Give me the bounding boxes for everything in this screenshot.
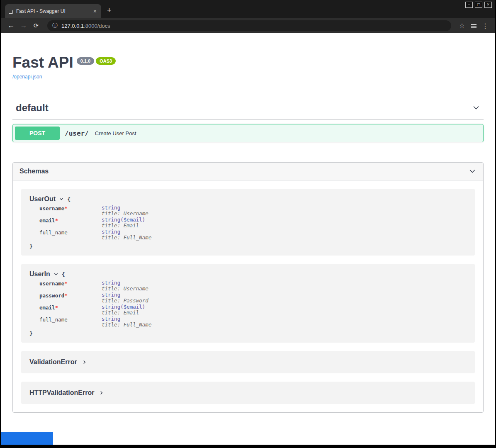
chevron-down-icon[interactable]	[468, 167, 477, 175]
property-type: string	[102, 292, 148, 298]
browser-tab[interactable]: Fast API - Swagger UI ×	[5, 4, 101, 18]
api-title: Fast API	[12, 54, 73, 71]
swagger-page: Fast API0.1.0OAS3 /openapi.json default …	[1, 33, 495, 445]
url-path: :8000/docs	[84, 23, 110, 29]
minimize-button[interactable]: –	[465, 2, 473, 8]
status-bubble	[1, 432, 53, 445]
schemas-section: Schemas UserOut {	[12, 162, 484, 413]
version-badge: 0.1.0	[77, 57, 94, 65]
property-title: title: Username	[102, 286, 148, 292]
opblock-post-user[interactable]: POST /user/ Create User Post	[12, 124, 484, 142]
maximize-button[interactable]: ▢	[475, 2, 482, 8]
openapi-spec-link[interactable]: /openapi.json	[12, 74, 484, 80]
property-name: password*	[39, 292, 102, 304]
titlebar: Fast API - Swagger UI × + – ▢ ✕	[1, 0, 495, 18]
property-title: title: Password	[102, 298, 148, 304]
property-type: string	[102, 280, 148, 286]
schema-model-userout: UserOut { username* stringtitle: Usernam…	[21, 189, 475, 256]
schema-property-row: full_name stringtitle: Full_Name	[39, 229, 467, 241]
tag-header[interactable]: default	[12, 99, 484, 120]
tag-section-default: default POST /user/ Create User Post	[12, 99, 484, 142]
api-info: Fast API0.1.0OAS3 /openapi.json	[12, 33, 484, 80]
tag-name: default	[16, 102, 49, 114]
schema-model-userin: UserIn { username* stringtitle: Username…	[21, 264, 475, 343]
schema-property-row: email* string($email)title: Email	[39, 304, 467, 316]
model-name[interactable]: ValidationError	[29, 358, 77, 366]
page-icon	[9, 9, 13, 14]
forward-icon: →	[17, 22, 30, 30]
window-controls: – ▢ ✕	[465, 2, 492, 8]
property-name: email*	[39, 217, 102, 229]
model-name[interactable]: UserOut	[29, 195, 56, 203]
back-icon[interactable]: ←	[5, 22, 17, 30]
property-type: string	[102, 229, 151, 235]
chevron-down-icon[interactable]	[472, 104, 480, 112]
required-marker: *	[64, 292, 68, 299]
chevron-right-icon[interactable]	[99, 390, 104, 395]
chevron-down-icon[interactable]	[59, 197, 64, 202]
property-name: full_name	[39, 229, 102, 241]
url-text[interactable]: 127.0.0.1:8000/docs	[61, 23, 110, 29]
schema-property-row: full_name stringtitle: Full_Name	[39, 316, 467, 328]
apps-icon[interactable]	[468, 22, 479, 29]
required-marker: *	[55, 304, 58, 311]
schemas-header[interactable]: Schemas	[13, 163, 483, 180]
model-name[interactable]: HTTPValidationError	[29, 389, 94, 397]
property-title: title: Username	[102, 211, 148, 217]
url-bar[interactable]: ⓘ 127.0.0.1:8000/docs	[47, 20, 451, 31]
model-name[interactable]: UserIn	[29, 270, 50, 278]
schema-property-row: email* string($email)title: Email	[39, 217, 467, 229]
required-marker: *	[64, 280, 68, 287]
property-title: title: Email	[102, 223, 145, 229]
browser-toolbar: ← → ⟳ ⓘ 127.0.0.1:8000/docs ☆ ⋮	[1, 18, 495, 33]
property-title: title: Full_Name	[102, 322, 151, 328]
property-name: full_name	[39, 316, 102, 328]
method-badge: POST	[15, 127, 60, 140]
schemas-title: Schemas	[19, 168, 49, 175]
property-type: string	[102, 205, 148, 211]
tab-close-icon[interactable]: ×	[92, 8, 97, 14]
schema-property-row: password* stringtitle: Password	[39, 292, 467, 304]
browser-window: Fast API - Swagger UI × + – ▢ ✕ ← → ⟳ ⓘ …	[1, 0, 495, 448]
open-brace: {	[67, 196, 71, 202]
required-marker: *	[55, 217, 58, 224]
property-type: string($email)	[102, 217, 145, 223]
property-type: string	[102, 316, 151, 322]
reload-icon[interactable]: ⟳	[30, 22, 42, 29]
endpoint-path: /user/	[65, 129, 89, 137]
property-title: title: Email	[102, 310, 145, 316]
browser-menu-icon[interactable]: ⋮	[479, 22, 491, 30]
property-name: username*	[39, 205, 102, 217]
schema-model-validationerror[interactable]: ValidationError	[21, 351, 475, 373]
close-brace: }	[29, 330, 33, 336]
property-name: username*	[39, 280, 102, 292]
new-tab-button[interactable]: +	[107, 7, 112, 14]
chevron-down-icon[interactable]	[53, 272, 58, 277]
chevron-right-icon[interactable]	[82, 360, 87, 365]
property-name: email*	[39, 304, 102, 316]
oas-badge: OAS3	[96, 57, 116, 65]
close-button[interactable]: ✕	[484, 2, 492, 8]
url-host: 127.0.0.1	[61, 23, 84, 29]
bookmark-star-icon[interactable]: ☆	[456, 22, 468, 29]
property-title: title: Full_Name	[102, 235, 151, 241]
endpoint-summary: Create User Post	[95, 130, 136, 136]
site-info-icon[interactable]: ⓘ	[52, 22, 58, 29]
open-brace: {	[62, 271, 65, 278]
property-type: string($email)	[102, 304, 145, 310]
close-brace: }	[29, 243, 33, 249]
required-marker: *	[64, 205, 68, 212]
schema-property-row: username* stringtitle: Username	[39, 280, 467, 292]
schema-property-row: username* stringtitle: Username	[39, 205, 467, 217]
schema-model-httpvalidationerror[interactable]: HTTPValidationError	[21, 382, 475, 404]
apps-icon-glyph	[471, 26, 477, 27]
tab-title: Fast API - Swagger UI	[16, 8, 92, 14]
